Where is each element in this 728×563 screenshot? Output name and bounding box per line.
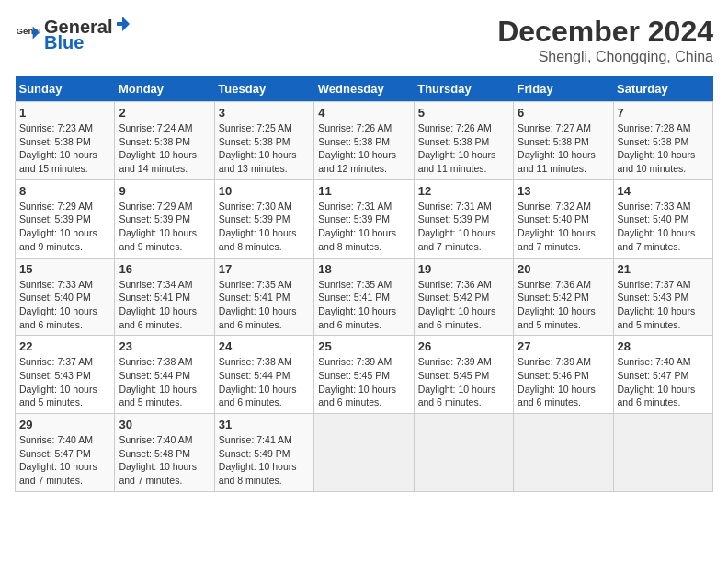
- calendar-cell: 23 Sunrise: 7:38 AM Sunset: 5:44 PM Dayl…: [115, 336, 214, 414]
- day-number: 18: [318, 262, 409, 276]
- day-header-tuesday: Tuesday: [214, 76, 313, 102]
- calendar-cell: 19 Sunrise: 7:36 AM Sunset: 5:42 PM Dayl…: [414, 258, 513, 336]
- day-number: 30: [119, 418, 210, 431]
- calendar-cell: 31 Sunrise: 7:41 AM Sunset: 5:49 PM Dayl…: [214, 414, 313, 492]
- calendar-cell: 7 Sunrise: 7:28 AM Sunset: 5:38 PM Dayli…: [613, 102, 712, 180]
- calendar-cell: 16 Sunrise: 7:34 AM Sunset: 5:41 PM Dayl…: [115, 258, 214, 336]
- day-content: Sunrise: 7:35 AM Sunset: 5:41 PM Dayligh…: [318, 278, 409, 332]
- calendar-cell: 3 Sunrise: 7:25 AM Sunset: 5:38 PM Dayli…: [214, 102, 313, 180]
- day-number: 29: [19, 418, 110, 431]
- day-content: Sunrise: 7:38 AM Sunset: 5:44 PM Dayligh…: [219, 355, 310, 409]
- calendar-cell: 15 Sunrise: 7:33 AM Sunset: 5:40 PM Dayl…: [16, 258, 115, 336]
- day-number: 9: [119, 184, 210, 198]
- day-content: Sunrise: 7:40 AM Sunset: 5:47 PM Dayligh…: [618, 355, 709, 409]
- day-number: 4: [318, 106, 409, 120]
- calendar-cell: 30 Sunrise: 7:40 AM Sunset: 5:48 PM Dayl…: [115, 414, 214, 492]
- day-content: Sunrise: 7:35 AM Sunset: 5:41 PM Dayligh…: [219, 278, 310, 332]
- calendar-cell: 17 Sunrise: 7:35 AM Sunset: 5:41 PM Dayl…: [214, 258, 313, 336]
- day-number: 13: [518, 184, 609, 198]
- day-number: 28: [618, 339, 709, 353]
- day-content: Sunrise: 7:26 AM Sunset: 5:38 PM Dayligh…: [418, 121, 509, 176]
- day-number: 21: [618, 262, 709, 276]
- logo-icon: General: [15, 21, 40, 47]
- calendar-cell: 18 Sunrise: 7:35 AM Sunset: 5:41 PM Dayl…: [314, 258, 414, 336]
- week-row-3: 15 Sunrise: 7:33 AM Sunset: 5:40 PM Dayl…: [16, 258, 713, 336]
- day-number: 8: [19, 184, 110, 198]
- day-number: 26: [418, 339, 509, 353]
- day-content: Sunrise: 7:38 AM Sunset: 5:44 PM Dayligh…: [119, 355, 210, 409]
- page-header: General General Blue December 2024 Sheng…: [15, 15, 713, 65]
- day-content: Sunrise: 7:37 AM Sunset: 5:43 PM Dayligh…: [618, 278, 709, 332]
- day-content: Sunrise: 7:31 AM Sunset: 5:39 PM Dayligh…: [418, 200, 509, 254]
- day-content: Sunrise: 7:34 AM Sunset: 5:41 PM Dayligh…: [119, 278, 210, 332]
- calendar-cell: 11 Sunrise: 7:31 AM Sunset: 5:39 PM Dayl…: [314, 179, 414, 258]
- day-number: 5: [418, 106, 509, 120]
- day-content: Sunrise: 7:25 AM Sunset: 5:38 PM Dayligh…: [219, 121, 310, 176]
- month-title: December 2024: [497, 15, 713, 49]
- day-content: Sunrise: 7:36 AM Sunset: 5:42 PM Dayligh…: [518, 278, 609, 332]
- day-content: Sunrise: 7:39 AM Sunset: 5:46 PM Dayligh…: [518, 355, 609, 409]
- day-content: Sunrise: 7:41 AM Sunset: 5:49 PM Dayligh…: [219, 433, 310, 488]
- days-header-row: SundayMondayTuesdayWednesdayThursdayFrid…: [16, 76, 713, 102]
- day-number: 2: [119, 106, 210, 120]
- week-row-4: 22 Sunrise: 7:37 AM Sunset: 5:43 PM Dayl…: [16, 336, 713, 414]
- day-content: Sunrise: 7:40 AM Sunset: 5:47 PM Dayligh…: [19, 433, 110, 488]
- day-content: Sunrise: 7:27 AM Sunset: 5:38 PM Dayligh…: [518, 121, 609, 176]
- calendar-cell: 14 Sunrise: 7:33 AM Sunset: 5:40 PM Dayl…: [613, 179, 712, 258]
- day-number: 22: [19, 339, 110, 353]
- day-number: 7: [618, 106, 709, 120]
- day-header-monday: Monday: [115, 76, 214, 102]
- day-number: 10: [219, 184, 310, 198]
- day-content: Sunrise: 7:32 AM Sunset: 5:40 PM Dayligh…: [518, 200, 609, 254]
- day-content: Sunrise: 7:39 AM Sunset: 5:45 PM Dayligh…: [418, 355, 509, 409]
- calendar-cell: 26 Sunrise: 7:39 AM Sunset: 5:45 PM Dayl…: [414, 336, 513, 414]
- day-number: 12: [418, 184, 509, 198]
- day-number: 25: [318, 339, 409, 353]
- location-title: Shengli, Chongqing, China: [497, 49, 713, 65]
- day-content: Sunrise: 7:33 AM Sunset: 5:40 PM Dayligh…: [19, 278, 110, 332]
- day-header-friday: Friday: [514, 76, 613, 102]
- logo-arrow-icon: [113, 15, 131, 33]
- day-number: 23: [119, 339, 210, 353]
- day-header-wednesday: Wednesday: [314, 76, 414, 102]
- day-content: Sunrise: 7:39 AM Sunset: 5:45 PM Dayligh…: [318, 355, 409, 409]
- day-number: 24: [219, 339, 310, 353]
- day-number: 27: [518, 339, 609, 353]
- calendar-cell: 28 Sunrise: 7:40 AM Sunset: 5:47 PM Dayl…: [613, 336, 712, 414]
- calendar-cell: 22 Sunrise: 7:37 AM Sunset: 5:43 PM Dayl…: [16, 336, 115, 414]
- calendar-cell: 12 Sunrise: 7:31 AM Sunset: 5:39 PM Dayl…: [414, 179, 513, 258]
- day-number: 14: [618, 184, 709, 198]
- calendar-cell: 20 Sunrise: 7:36 AM Sunset: 5:42 PM Dayl…: [514, 258, 613, 336]
- calendar-cell: 13 Sunrise: 7:32 AM Sunset: 5:40 PM Dayl…: [514, 179, 613, 258]
- calendar-cell: 4 Sunrise: 7:26 AM Sunset: 5:38 PM Dayli…: [314, 102, 414, 180]
- day-number: 16: [119, 262, 210, 276]
- day-content: Sunrise: 7:40 AM Sunset: 5:48 PM Dayligh…: [119, 433, 210, 488]
- day-content: Sunrise: 7:33 AM Sunset: 5:40 PM Dayligh…: [618, 200, 709, 254]
- day-content: Sunrise: 7:30 AM Sunset: 5:39 PM Dayligh…: [219, 200, 310, 254]
- day-content: Sunrise: 7:28 AM Sunset: 5:38 PM Dayligh…: [618, 121, 709, 176]
- day-number: 3: [219, 106, 310, 120]
- week-row-2: 8 Sunrise: 7:29 AM Sunset: 5:39 PM Dayli…: [16, 179, 713, 258]
- calendar-cell: 8 Sunrise: 7:29 AM Sunset: 5:39 PM Dayli…: [16, 179, 115, 258]
- day-number: 1: [19, 106, 110, 120]
- svg-marker-1: [117, 17, 130, 31]
- day-number: 17: [219, 262, 310, 276]
- title-section: December 2024 Shengli, Chongqing, China: [497, 15, 713, 65]
- calendar-cell: 9 Sunrise: 7:29 AM Sunset: 5:39 PM Dayli…: [115, 179, 214, 258]
- day-content: Sunrise: 7:29 AM Sunset: 5:39 PM Dayligh…: [119, 200, 210, 254]
- calendar-cell: 10 Sunrise: 7:30 AM Sunset: 5:39 PM Dayl…: [214, 179, 313, 258]
- day-content: Sunrise: 7:29 AM Sunset: 5:39 PM Dayligh…: [19, 200, 110, 254]
- calendar-cell: [414, 414, 513, 492]
- calendar-cell: [514, 414, 613, 492]
- calendar-cell: [314, 414, 414, 492]
- day-content: Sunrise: 7:37 AM Sunset: 5:43 PM Dayligh…: [19, 355, 110, 409]
- day-content: Sunrise: 7:24 AM Sunset: 5:38 PM Dayligh…: [119, 121, 210, 176]
- week-row-5: 29 Sunrise: 7:40 AM Sunset: 5:47 PM Dayl…: [16, 414, 713, 492]
- calendar-cell: 24 Sunrise: 7:38 AM Sunset: 5:44 PM Dayl…: [214, 336, 313, 414]
- day-content: Sunrise: 7:23 AM Sunset: 5:38 PM Dayligh…: [19, 121, 110, 176]
- day-header-sunday: Sunday: [16, 76, 115, 102]
- day-content: Sunrise: 7:36 AM Sunset: 5:42 PM Dayligh…: [418, 278, 509, 332]
- calendar-cell: 1 Sunrise: 7:23 AM Sunset: 5:38 PM Dayli…: [16, 102, 115, 180]
- calendar-cell: 6 Sunrise: 7:27 AM Sunset: 5:38 PM Dayli…: [514, 102, 613, 180]
- day-header-saturday: Saturday: [613, 76, 712, 102]
